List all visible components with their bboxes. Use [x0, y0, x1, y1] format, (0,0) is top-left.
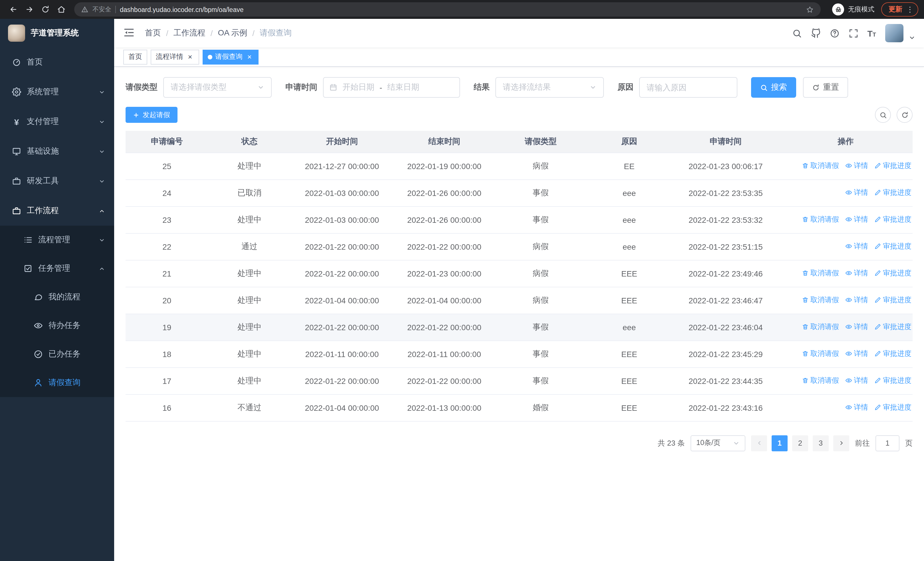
- calendar-icon: [329, 83, 337, 92]
- table-cell: 2022-01-22 00:00:00: [393, 314, 496, 340]
- sidebar-item-my-processes[interactable]: 我的流程: [0, 283, 114, 311]
- sidebar-item-payment-management[interactable]: ¥支付管理: [0, 107, 114, 137]
- approval-progress-link[interactable]: 审批进度: [874, 269, 912, 278]
- table-cell: eee: [586, 206, 672, 233]
- bookmark-star-icon[interactable]: [806, 5, 814, 14]
- sidebar-item-label: 首页: [27, 57, 43, 68]
- help-button[interactable]: [830, 28, 839, 38]
- github-button[interactable]: [811, 28, 820, 38]
- goto-page-input[interactable]: [876, 435, 900, 451]
- cancel-leave-link[interactable]: 取消请假: [802, 376, 839, 386]
- detail-link[interactable]: 详情: [845, 376, 868, 386]
- tab-item[interactable]: 流程详情×: [151, 50, 199, 64]
- table-row[interactable]: 20处理中2022-01-04 00:00:002022-01-04 00:00…: [126, 287, 913, 314]
- create-leave-button[interactable]: 发起请假: [126, 107, 177, 123]
- apply-time-range-picker[interactable]: 开始日期 - 结束日期: [323, 77, 460, 98]
- approval-progress-link[interactable]: 审批进度: [874, 295, 912, 305]
- approval-progress-link[interactable]: 审批进度: [874, 322, 912, 332]
- detail-link[interactable]: 详情: [845, 295, 868, 305]
- result-select[interactable]: 请选择流结果: [495, 77, 604, 98]
- browser-chrome: 不安全 dashboard.yudao.iocoder.cn/bpm/oa/le…: [0, 0, 924, 19]
- avatar[interactable]: [885, 24, 903, 42]
- forward-button[interactable]: [22, 2, 36, 17]
- avatar-caret-down-icon[interactable]: [909, 35, 915, 42]
- tab-item[interactable]: 请假查询×: [202, 50, 258, 64]
- approval-progress-link[interactable]: 审批进度: [874, 215, 912, 224]
- table-row[interactable]: 17处理中2022-01-22 00:00:002022-01-22 00:00…: [126, 367, 913, 394]
- detail-link[interactable]: 详情: [845, 322, 868, 332]
- cancel-leave-link[interactable]: 取消请假: [802, 161, 839, 171]
- approval-progress-link[interactable]: 审批进度: [874, 403, 912, 412]
- detail-link[interactable]: 详情: [845, 242, 868, 251]
- sidebar-item-leave-query[interactable]: 请假查询: [0, 368, 114, 397]
- search-button[interactable]: 搜索: [751, 77, 796, 98]
- detail-link-label: 详情: [854, 322, 868, 332]
- sidebar-item-todo-tasks[interactable]: 待办任务: [0, 311, 114, 340]
- prev-page-button[interactable]: [751, 435, 767, 451]
- page-button-3[interactable]: 3: [813, 435, 829, 451]
- detail-link[interactable]: 详情: [845, 269, 868, 278]
- sidebar-item-done-tasks[interactable]: 已办任务: [0, 340, 114, 368]
- approval-progress-link[interactable]: 审批进度: [874, 161, 912, 171]
- sidebar-item-workflow[interactable]: 工作流程: [0, 196, 114, 226]
- detail-link[interactable]: 详情: [845, 215, 868, 224]
- page-button-1[interactable]: 1: [772, 435, 788, 451]
- cancel-leave-link[interactable]: 取消请假: [802, 269, 839, 278]
- sidebar-item-dev-tools[interactable]: 研发工具: [0, 166, 114, 196]
- update-chip[interactable]: 更新 ⋮: [881, 2, 918, 17]
- font-size-button[interactable]: TT: [867, 29, 876, 38]
- address-bar[interactable]: 不安全 dashboard.yudao.iocoder.cn/bpm/oa/le…: [74, 2, 821, 17]
- reason-input[interactable]: [639, 77, 737, 98]
- cancel-leave-link[interactable]: 取消请假: [802, 295, 839, 305]
- table-row[interactable]: 18处理中2022-01-11 00:00:002022-01-11 00:00…: [126, 340, 913, 367]
- fullscreen-button[interactable]: [848, 28, 858, 38]
- tab-close-icon[interactable]: ×: [186, 53, 194, 61]
- table-row[interactable]: 22通过2022-01-22 00:00:002022-01-22 00:00:…: [126, 233, 913, 260]
- table-row[interactable]: 25处理中2021-12-27 00:00:002022-01-19 00:00…: [126, 152, 913, 179]
- detail-link[interactable]: 详情: [845, 161, 868, 171]
- app-title: 芋道管理系统: [31, 28, 79, 38]
- refresh-table-button[interactable]: [897, 107, 913, 123]
- approval-progress-link[interactable]: 审批进度: [874, 376, 912, 386]
- table-row[interactable]: 19处理中2022-01-22 00:00:002022-01-22 00:00…: [126, 314, 913, 340]
- browser-menu-icon[interactable]: ⋮: [906, 6, 914, 13]
- approval-progress-link[interactable]: 审批进度: [874, 349, 912, 359]
- cancel-leave-link[interactable]: 取消请假: [802, 215, 839, 224]
- tab-close-icon[interactable]: ×: [245, 53, 254, 61]
- approval-progress-link[interactable]: 审批进度: [874, 188, 912, 198]
- detail-link-label: 详情: [854, 349, 868, 359]
- detail-link[interactable]: 详情: [845, 349, 868, 359]
- tab-item[interactable]: 首页: [123, 50, 147, 64]
- breadcrumb-item[interactable]: 工作流程: [174, 28, 206, 38]
- sidebar: 芋道管理系统 首页系统管理¥支付管理基础设施研发工具工作流程流程管理任务管理我的…: [0, 19, 114, 561]
- toggle-search-button[interactable]: [875, 107, 891, 123]
- table-cell: 2022-01-11 00:00:00: [291, 340, 393, 367]
- breadcrumb-item[interactable]: OA 示例: [218, 28, 248, 38]
- table-row[interactable]: 16不通过2022-01-04 00:00:002022-01-13 00:00…: [126, 394, 913, 421]
- sidebar-item-process-management[interactable]: 流程管理: [0, 226, 114, 254]
- cancel-leave-link[interactable]: 取消请假: [802, 322, 839, 332]
- page-size-select[interactable]: 10条/页: [691, 435, 746, 451]
- leave-type-select[interactable]: 请选择请假类型: [163, 77, 272, 98]
- reload-button[interactable]: [38, 2, 52, 17]
- breadcrumb-item[interactable]: 首页: [145, 28, 161, 38]
- page-button-2[interactable]: 2: [792, 435, 808, 451]
- pagination: 共 23 条 10条/页 1 2 3: [126, 435, 913, 451]
- search-button[interactable]: [792, 28, 802, 38]
- sidebar-item-home[interactable]: 首页: [0, 47, 114, 77]
- table-row[interactable]: 24已取消2022-01-03 00:00:002022-01-26 00:00…: [126, 179, 913, 206]
- approval-progress-link[interactable]: 审批进度: [874, 242, 912, 251]
- detail-link[interactable]: 详情: [845, 188, 868, 198]
- sidebar-item-system-management[interactable]: 系统管理: [0, 77, 114, 107]
- sidebar-fold-icon[interactable]: [123, 27, 136, 39]
- cancel-leave-link[interactable]: 取消请假: [802, 349, 839, 359]
- home-button[interactable]: [54, 2, 69, 17]
- sidebar-item-task-management[interactable]: 任务管理: [0, 254, 114, 283]
- sidebar-item-infrastructure[interactable]: 基础设施: [0, 137, 114, 166]
- table-row[interactable]: 23处理中2022-01-03 00:00:002022-01-26 00:00…: [126, 206, 913, 233]
- reset-button[interactable]: 重置: [803, 77, 848, 98]
- back-button[interactable]: [6, 2, 21, 17]
- next-page-button[interactable]: [833, 435, 849, 451]
- detail-link[interactable]: 详情: [845, 403, 868, 412]
- table-row[interactable]: 21处理中2022-01-22 00:00:002022-01-23 00:00…: [126, 260, 913, 287]
